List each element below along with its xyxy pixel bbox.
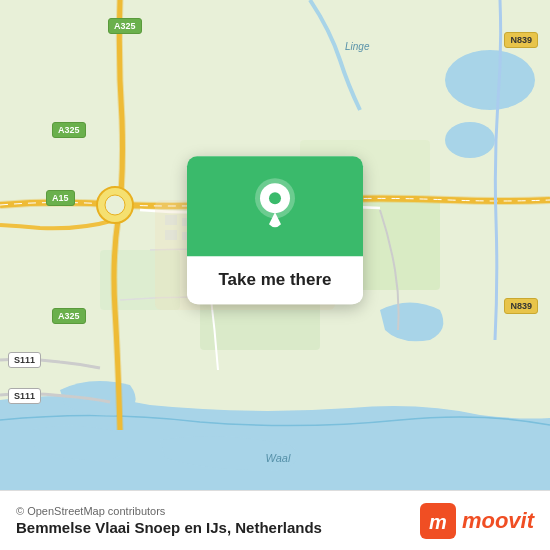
svg-text:m: m bbox=[429, 511, 447, 533]
card-header bbox=[187, 156, 363, 256]
road-badge-s111-top: S111 bbox=[8, 352, 41, 368]
app: Waal Linge A325 A325 A325 A15 S111 S111 … bbox=[0, 0, 550, 550]
road-badge-a325-low: A325 bbox=[52, 308, 86, 324]
place-name: Bemmelse Vlaai Snoep en IJs, Netherlands bbox=[16, 519, 322, 536]
svg-rect-11 bbox=[165, 215, 177, 225]
bottom-bar: © OpenStreetMap contributors Bemmelse Vl… bbox=[0, 490, 550, 550]
take-me-there-button[interactable]: Take me there bbox=[187, 256, 363, 304]
moovit-m-icon: m bbox=[420, 503, 456, 539]
road-badge-n839-mid: N839 bbox=[504, 298, 538, 314]
location-pin-icon bbox=[249, 176, 301, 236]
svg-text:Linge: Linge bbox=[345, 41, 370, 52]
road-badge-a325-mid: A325 bbox=[52, 122, 86, 138]
road-badge-n839-top: N839 bbox=[504, 32, 538, 48]
moovit-text: moovit bbox=[462, 508, 534, 534]
copyright-text: © OpenStreetMap contributors bbox=[16, 505, 322, 517]
svg-text:Waal: Waal bbox=[266, 452, 291, 464]
svg-point-8 bbox=[105, 195, 125, 215]
moovit-logo: m moovit bbox=[420, 503, 534, 539]
svg-rect-15 bbox=[165, 230, 177, 240]
road-badge-a15: A15 bbox=[46, 190, 75, 206]
svg-point-1 bbox=[445, 50, 535, 110]
take-me-card[interactable]: Take me there bbox=[187, 156, 363, 304]
map-container[interactable]: Waal Linge A325 A325 A325 A15 S111 S111 … bbox=[0, 0, 550, 490]
svg-point-21 bbox=[269, 192, 281, 204]
road-badge-a325-top: A325 bbox=[108, 18, 142, 34]
svg-point-2 bbox=[445, 122, 495, 158]
place-info: © OpenStreetMap contributors Bemmelse Vl… bbox=[16, 505, 322, 536]
road-badge-s111-bot: S111 bbox=[8, 388, 41, 404]
